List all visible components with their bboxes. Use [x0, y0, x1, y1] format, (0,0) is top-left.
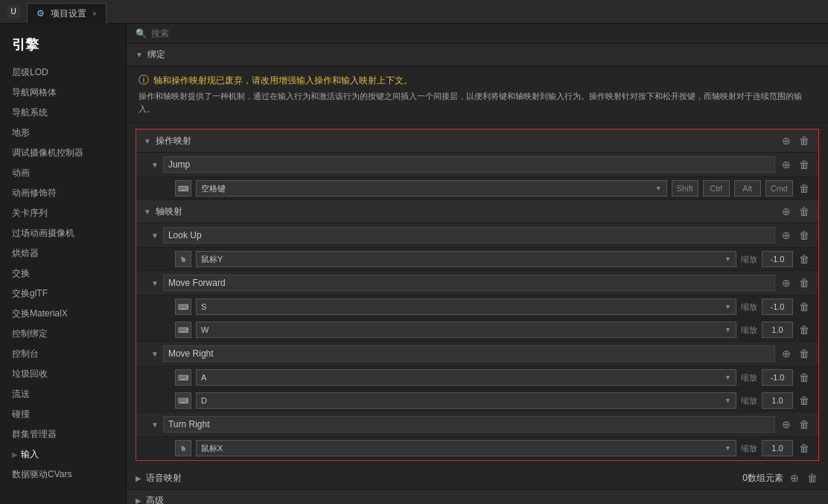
- lookup-name-input[interactable]: [163, 227, 775, 243]
- action-mappings-arrow[interactable]: ▼: [144, 137, 151, 145]
- settings-tab-label: 项目设置: [51, 7, 86, 20]
- sidebar-item-controlrig[interactable]: 控制绑定: [0, 324, 126, 344]
- moveright-add-button[interactable]: ⊕: [780, 347, 793, 360]
- settings-tab-icon: ⚙: [36, 8, 45, 19]
- action-mappings-delete-button[interactable]: 🗑: [797, 134, 811, 147]
- lookup-key-select[interactable]: 鼠标Y ▼: [196, 251, 736, 267]
- sidebar-item-label: 过场动画摄像机: [12, 227, 74, 240]
- moveright-a-delete-button[interactable]: 🗑: [797, 371, 811, 384]
- sidebar-item-lod[interactable]: 层级LOD: [0, 63, 126, 83]
- axis-mappings-delete-button[interactable]: 🗑: [797, 205, 811, 218]
- moveforward-w-delete-button[interactable]: 🗑: [797, 323, 811, 336]
- action-mappings-add-button[interactable]: ⊕: [780, 134, 793, 147]
- lookup-entry-row: ▼ ⊕ 🗑: [136, 223, 818, 248]
- sidebar-item-console[interactable]: 控制台: [0, 344, 126, 364]
- search-icon: 🔍: [136, 28, 147, 39]
- jump-ctrl-button[interactable]: Ctrl: [703, 180, 730, 197]
- moveforward-s-key-select[interactable]: S ▼: [196, 299, 736, 315]
- lookup-add-button[interactable]: ⊕: [780, 229, 793, 242]
- sidebar-item-navsys[interactable]: 导航系统: [0, 103, 126, 123]
- lookup-arrow[interactable]: ▼: [151, 232, 159, 240]
- sidebar-item-datacvars[interactable]: 数据驱动CVars: [0, 465, 126, 485]
- close-tab-button[interactable]: ×: [92, 10, 97, 18]
- sidebar-item-gc[interactable]: 垃圾回收: [0, 364, 126, 384]
- moveforward-delete-button[interactable]: 🗑: [797, 276, 811, 290]
- search-input[interactable]: [151, 28, 819, 39]
- sidebar-item-input[interactable]: ▶ 输入: [0, 444, 126, 465]
- lookup-key-value: 鼠标Y: [201, 254, 223, 265]
- lookup-scale-input[interactable]: [762, 251, 793, 267]
- sidebar-item-exchange[interactable]: 交换: [0, 264, 126, 284]
- moveforward-w-key-select[interactable]: W ▼: [196, 322, 736, 338]
- sidebar-item-cinematicscam[interactable]: 过场动画摄像机: [0, 223, 126, 243]
- lookup-delete-button[interactable]: 🗑: [797, 229, 811, 242]
- voice-mapping-add-button[interactable]: ⊕: [788, 471, 801, 485]
- moveforward-arrow[interactable]: ▼: [151, 279, 159, 287]
- moveforward-w-key-row: ⌨ W ▼ 缩放 🗑: [136, 319, 818, 342]
- jump-arrow[interactable]: ▼: [151, 161, 159, 169]
- moveforward-name-input[interactable]: [163, 275, 775, 291]
- sidebar-item-animation[interactable]: 动画: [0, 163, 126, 183]
- moveright-a-key-select[interactable]: A ▼: [196, 369, 736, 386]
- main-layout: 引擎 层级LOD 导航网格体 导航系统 地形 调试摄像机控制器 动画 动画修饰符…: [0, 24, 828, 504]
- jump-name-input[interactable]: [163, 156, 775, 173]
- turnright-arrow[interactable]: ▼: [151, 421, 159, 429]
- turnright-add-button[interactable]: ⊕: [780, 418, 793, 431]
- moveright-arrow[interactable]: ▼: [151, 350, 159, 358]
- moveright-a-key-dropdown-arrow: ▼: [724, 374, 731, 381]
- axis-mappings-arrow[interactable]: ▼: [144, 208, 151, 216]
- moveforward-s-delete-button[interactable]: 🗑: [797, 300, 811, 313]
- turnright-key-select[interactable]: 鼠标X ▼: [196, 440, 736, 456]
- moveright-delete-button[interactable]: 🗑: [797, 347, 811, 360]
- voice-mapping-delete-button[interactable]: 🗑: [806, 471, 819, 485]
- sidebar-item-crowdmgr[interactable]: 群集管理器: [0, 424, 126, 444]
- lookup-key-delete-button[interactable]: 🗑: [797, 252, 811, 266]
- jump-add-button[interactable]: ⊕: [780, 158, 793, 171]
- sidebar-item-label: 交换glTF: [12, 287, 48, 300]
- moveright-a-scale-input[interactable]: [762, 369, 793, 386]
- voice-mapping-section: ▶ 语音映射 0数组元素 ⊕ 🗑: [127, 467, 828, 490]
- jump-key-select[interactable]: 空格键 ▼: [196, 180, 667, 197]
- jump-key-delete-button[interactable]: 🗑: [797, 182, 811, 195]
- sidebar-item-gltf[interactable]: 交换glTF: [0, 284, 126, 304]
- axis-mappings-add-button[interactable]: ⊕: [780, 205, 793, 218]
- sidebar-item-collision[interactable]: 碰撞: [0, 404, 126, 424]
- turnright-name-input[interactable]: [163, 416, 775, 433]
- moveright-a-scale-label: 缩放: [741, 372, 757, 383]
- sidebar-item-levelseq[interactable]: 关卡序列: [0, 203, 126, 223]
- sidebar-item-streaming[interactable]: 流送: [0, 384, 126, 404]
- moveforward-s-key-type-icon: ⌨: [175, 299, 191, 315]
- sidebar-item-terrain[interactable]: 地形: [0, 123, 126, 143]
- moveforward-s-scale-input[interactable]: [762, 299, 793, 315]
- binding-section-header[interactable]: ▼ 绑定: [127, 44, 828, 66]
- sidebar-item-materialx[interactable]: 交换MaterialX: [0, 304, 126, 324]
- turnright-key-delete-button[interactable]: 🗑: [797, 441, 811, 455]
- warning-title: 轴和操作映射现已废弃，请改用增强输入操作和输入映射上下文。: [153, 74, 413, 87]
- moveforward-add-button[interactable]: ⊕: [780, 276, 793, 290]
- moveright-d-delete-button[interactable]: 🗑: [797, 394, 811, 407]
- jump-key-dropdown-arrow: ▼: [655, 185, 662, 192]
- voice-mapping-arrow[interactable]: ▶: [136, 474, 141, 482]
- advanced-section-header[interactable]: ▶ 高级: [127, 490, 828, 504]
- moveright-d-scale-label: 缩放: [741, 395, 757, 406]
- jump-shift-button[interactable]: Shift: [672, 180, 698, 197]
- turnright-scale-input[interactable]: [762, 440, 793, 456]
- moveright-d-key-dropdown-arrow: ▼: [724, 397, 731, 404]
- sidebar-item-baker[interactable]: 烘焙器: [0, 243, 126, 264]
- moveright-name-input[interactable]: [163, 345, 775, 362]
- sidebar-item-debugcam[interactable]: 调试摄像机控制器: [0, 143, 126, 163]
- moveforward-s-scale-label: 缩放: [741, 302, 757, 313]
- action-mappings-title: 操作映射: [156, 135, 775, 147]
- jump-delete-button[interactable]: 🗑: [797, 158, 811, 171]
- moveright-d-scale-input[interactable]: [762, 392, 793, 409]
- jump-cmd-button[interactable]: Cmd: [765, 180, 793, 197]
- sidebar-item-animmod[interactable]: 动画修饰符: [0, 183, 126, 203]
- project-settings-tab[interactable]: ⚙ 项目设置 ×: [27, 3, 106, 24]
- turnright-delete-button[interactable]: 🗑: [797, 418, 811, 431]
- jump-alt-button[interactable]: Alt: [734, 180, 761, 197]
- moveright-d-key-select[interactable]: D ▼: [196, 392, 736, 409]
- sidebar-item-navmesh[interactable]: 导航网格体: [0, 83, 126, 103]
- moveforward-w-scale-input[interactable]: [762, 322, 793, 338]
- sidebar-item-label: 层级LOD: [12, 66, 48, 79]
- sidebar-arrow-icon: ▶: [12, 450, 18, 459]
